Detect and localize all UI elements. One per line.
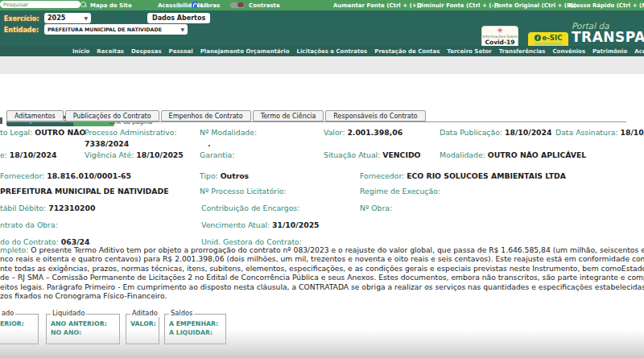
- open-data-button[interactable]: Dados Abertos: [147, 13, 210, 23]
- covid-badge-line2: Covid-19: [482, 39, 518, 46]
- objeto-line: mpleto: O presente Termo Aditivo tem por…: [0, 245, 644, 254]
- exercise-select[interactable]: 2025 ▼: [44, 13, 91, 23]
- nav-item[interactable]: Terceiro Setor: [447, 48, 491, 55]
- field-vencimento-atual: Vencimento Atual: 31/10/2025: [201, 220, 320, 229]
- field-num-modalidade: Nº Modalidade:.: [200, 128, 257, 148]
- contrast-label[interactable]: Contraste: [249, 2, 280, 9]
- objeto-completo: mpleto: O presente Termo Aditivo tem por…: [0, 245, 644, 300]
- field-modalidade: Modalidade: OUTRO NÃO APLICÁVEL: [440, 150, 586, 159]
- breadcrumb: Licitações e Contratos / Contratos · Lin…: [0, 56, 644, 74]
- nav-item[interactable]: Receitas: [97, 48, 124, 55]
- search-icon[interactable]: [80, 2, 86, 7]
- logo-line2: TRANSPAR: [572, 31, 644, 44]
- box-liquidado: Liquidado ANO ANTERIOR: NO ANO:: [46, 314, 120, 344]
- objeto-line: eitos legais. Parágrafo Primeiro - Em cu…: [0, 282, 644, 291]
- field-vigencia-de: e: 18/10/2024: [0, 150, 56, 159]
- chevron-down-icon: ▼: [84, 15, 88, 21]
- box-saldos: Saldos A EMPENHAR: A LIQUIDAR:: [164, 314, 226, 344]
- tab[interactable]: Aditamentos: [6, 110, 64, 121]
- field-vigencia-ate: Vigência Até: 18/10/2025: [85, 150, 184, 159]
- nav-item[interactable]: Acesso à Informação: [634, 48, 644, 55]
- site-map-link[interactable]: Mapa do Site: [90, 2, 132, 9]
- exercise-value: 2025: [47, 14, 65, 22]
- objeto-line: nco reais e oitenta e quatro centavos) p…: [0, 254, 644, 263]
- nav-item[interactable]: Prestação de Contas: [374, 48, 440, 55]
- portal-logo: Portal da TRANSPAR: [572, 22, 644, 44]
- tab[interactable]: Responsáveis do Contrato: [325, 110, 425, 121]
- nav-item[interactable]: Planejamento Orçamentário: [200, 48, 290, 55]
- increase-font-link[interactable]: Aumentar Fonte (Ctrl + (+)): [333, 2, 422, 9]
- tab[interactable]: Publicações do Contrato: [65, 110, 159, 121]
- contract-tabs: AditamentosPublicações do ContratoEmpenh…: [6, 110, 426, 121]
- field-fornecedor-nome: Fornecedor: ECO RIO SOLUCOES AMBIENTAIS …: [360, 171, 566, 180]
- field-situacao-atual: Situação Atual: VENCIDO: [324, 150, 421, 159]
- field-data-assinatura: Data Assinatura: 18/10/2024: [555, 128, 644, 137]
- esic-label: e-SIC: [543, 34, 563, 42]
- field-fornecedor-cnpj: Fornecedor: 18.816.010/0001-65: [0, 171, 131, 180]
- entity-label: Entidade:: [4, 27, 39, 34]
- search-input[interactable]: [0, 1, 80, 8]
- tab[interactable]: Termo de Ciência: [253, 110, 324, 121]
- libras-link[interactable]: Libras: [200, 2, 220, 9]
- field-regime-execucao: Regime de Execução:: [360, 187, 440, 195]
- nav-item[interactable]: Patrimônio: [592, 48, 627, 55]
- objeto-line: nte todas as exigências, prazos, normas …: [0, 264, 644, 273]
- breadcrumb-clipped-fragment: [0, 117, 2, 124]
- entity-value: PREFEITURA MUNICIPAL DE NATIVIDADE: [47, 27, 162, 32]
- field-contribuicao-encargos: Contribuição de Encargos:: [201, 204, 299, 212]
- field-processo-administrativo: Processo Administrativo:7338/2024: [85, 128, 177, 148]
- objeto-line: de – RJ SMA – Comissão Permanente de Lic…: [0, 273, 644, 282]
- tabs-underline: [6, 121, 626, 122]
- accessibility-label: Acessibilidade:: [158, 2, 206, 9]
- tab[interactable]: Empenhos de Contrato: [161, 110, 251, 121]
- field-num-obra: Nº Obra:: [360, 204, 392, 212]
- esic-subtext-decoration: [535, 43, 562, 45]
- original-font-link[interactable]: Fonte Original (Ctrl + (R)): [494, 2, 576, 9]
- box-empenhado: ado ERIOR:: [0, 314, 39, 344]
- nav-item[interactable]: Licitações e Contratos: [297, 48, 368, 55]
- exercise-label: Exercício:: [4, 15, 39, 23]
- field-ato-legal: to Legal: OUTRO NÃO: [0, 128, 85, 137]
- quick-access-link[interactable]: Acesso Rápido (Ctrl + (M)): [568, 2, 644, 9]
- field-valor: Valor: 2.001.398,06: [324, 128, 402, 137]
- info-icon: i: [535, 35, 541, 41]
- field-contrato-da-obra: ntrato da Obra:: [0, 220, 58, 229]
- accessibility-bar: Mapa do Site Acessibilidade: Libras Cont…: [0, 0, 644, 10]
- field-data-publicacao: Data Publicação: 18/10/2024: [440, 128, 552, 137]
- field-tipo: Tipo: Outros: [200, 171, 249, 180]
- field-contabil-debito: tábil Débito: 712310200: [0, 204, 95, 212]
- portal-header: Exercício: 2025 ▼ Dados Abertos Entidade…: [0, 10, 644, 46]
- decrease-font-link[interactable]: Diminuir Fonte (Ctrl + (-)): [417, 2, 499, 9]
- contrast-toggle[interactable]: [230, 2, 245, 8]
- field-processo-licitatorio: Nº Processo Licitatório:: [200, 187, 287, 195]
- nav-item[interactable]: Início: [72, 48, 89, 55]
- nav-item[interactable]: Convênios: [552, 48, 585, 55]
- nav-item[interactable]: Transferências: [499, 48, 546, 55]
- box-aditado: Aditado VALOR:: [126, 314, 159, 344]
- libras-icon[interactable]: [192, 2, 198, 8]
- nav-item[interactable]: Despesas: [131, 48, 162, 55]
- chevron-down-icon: ▼: [180, 27, 184, 32]
- nav-item[interactable]: Pessoal: [169, 48, 193, 55]
- virus-icon: ✳: [482, 27, 518, 35]
- main-nav: InícioReceitasDespesasPessoalPlanejament…: [0, 46, 644, 57]
- entity-select[interactable]: PREFEITURA MUNICIPAL DE NATIVIDADE ▼: [44, 24, 188, 35]
- objeto-lines: nco reais e oitenta e quatro centavos) p…: [0, 254, 644, 300]
- field-orgao-nome: PREFEITURA MUNICIPAL DE NATIVIDADE: [0, 187, 169, 195]
- objeto-line: zos fixados no Cronograma Físico-Finance…: [0, 291, 644, 300]
- field-garantia: Garantia:: [200, 150, 234, 159]
